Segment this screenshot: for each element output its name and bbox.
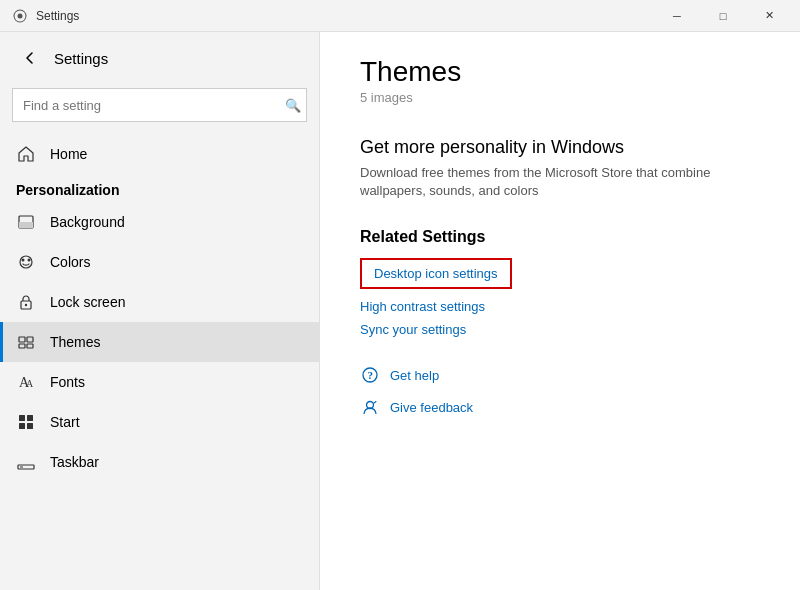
app-container: Settings 🔍 Home Personalization: [0, 32, 800, 590]
svg-point-7: [25, 304, 27, 306]
svg-rect-9: [27, 337, 33, 342]
svg-rect-17: [27, 423, 33, 429]
sidebar-item-lock-screen[interactable]: Lock screen: [0, 282, 319, 322]
sidebar: Settings 🔍 Home Personalization: [0, 32, 320, 590]
desktop-icon-settings-link[interactable]: Desktop icon settings: [360, 258, 512, 289]
give-feedback-icon: [360, 397, 380, 417]
svg-rect-14: [19, 415, 25, 421]
sidebar-item-themes-label: Themes: [50, 334, 101, 350]
sidebar-item-background-label: Background: [50, 214, 125, 230]
settings-app-icon: [12, 8, 28, 24]
svg-text:?: ?: [368, 369, 374, 381]
sidebar-item-home[interactable]: Home: [0, 134, 319, 174]
give-feedback-item[interactable]: Give feedback: [360, 397, 760, 417]
svg-rect-19: [20, 467, 23, 468]
search-icon[interactable]: 🔍: [285, 98, 301, 113]
svg-rect-10: [19, 344, 25, 348]
get-help-icon: ?: [360, 365, 380, 385]
sidebar-item-taskbar[interactable]: Taskbar: [0, 442, 319, 482]
sidebar-header: Settings: [0, 32, 319, 84]
svg-rect-16: [19, 423, 25, 429]
svg-point-0: [18, 13, 23, 18]
sidebar-item-fonts-label: Fonts: [50, 374, 85, 390]
high-contrast-settings-link[interactable]: High contrast settings: [360, 299, 760, 314]
sidebar-item-themes[interactable]: Themes: [0, 322, 319, 362]
svg-rect-15: [27, 415, 33, 421]
sidebar-item-lock-screen-label: Lock screen: [50, 294, 125, 310]
get-help-label: Get help: [390, 368, 439, 383]
page-subtitle: 5 images: [360, 90, 760, 105]
sidebar-item-colors-label: Colors: [50, 254, 90, 270]
svg-text:A: A: [26, 378, 34, 389]
related-settings-title: Related Settings: [360, 228, 760, 246]
sidebar-app-title: Settings: [54, 50, 108, 67]
sidebar-item-start[interactable]: Start: [0, 402, 319, 442]
search-input[interactable]: [12, 88, 307, 122]
svg-point-4: [22, 259, 25, 262]
sidebar-item-start-label: Start: [50, 414, 80, 430]
promo-desc: Download free themes from the Microsoft …: [360, 164, 760, 200]
sidebar-item-fonts[interactable]: A A Fonts: [0, 362, 319, 402]
search-container: 🔍: [12, 88, 307, 122]
colors-icon: [16, 252, 36, 272]
titlebar-left: Settings: [12, 8, 79, 24]
fonts-icon: A A: [16, 372, 36, 392]
close-button[interactable]: ✕: [746, 0, 792, 32]
sync-settings-link[interactable]: Sync your settings: [360, 322, 760, 337]
page-title: Themes: [360, 56, 760, 88]
sidebar-item-taskbar-label: Taskbar: [50, 454, 99, 470]
give-feedback-label: Give feedback: [390, 400, 473, 415]
sidebar-item-background[interactable]: Background: [0, 202, 319, 242]
svg-point-3: [20, 256, 32, 268]
taskbar-icon: [16, 452, 36, 472]
get-help-item[interactable]: ? Get help: [360, 365, 760, 385]
promo-heading: Get more personality in Windows: [360, 137, 760, 158]
maximize-button[interactable]: □: [700, 0, 746, 32]
background-icon: [16, 212, 36, 232]
themes-icon: [16, 332, 36, 352]
sidebar-item-home-label: Home: [50, 146, 87, 162]
minimize-button[interactable]: ─: [654, 0, 700, 32]
home-icon: [16, 144, 36, 164]
svg-rect-8: [19, 337, 25, 342]
titlebar: Settings ─ □ ✕: [0, 0, 800, 32]
back-icon: [24, 52, 36, 64]
back-button[interactable]: [16, 44, 44, 72]
titlebar-title: Settings: [36, 9, 79, 23]
personalization-label: Personalization: [0, 174, 319, 202]
svg-point-5: [28, 259, 31, 262]
titlebar-controls: ─ □ ✕: [654, 0, 792, 32]
sidebar-item-colors[interactable]: Colors: [0, 242, 319, 282]
start-icon: [16, 412, 36, 432]
lock-icon: [16, 292, 36, 312]
svg-rect-11: [27, 344, 33, 348]
help-section: ? Get help Give feedback: [360, 365, 760, 417]
svg-rect-2: [19, 222, 33, 228]
main-content: Themes 5 images Get more personality in …: [320, 32, 800, 590]
